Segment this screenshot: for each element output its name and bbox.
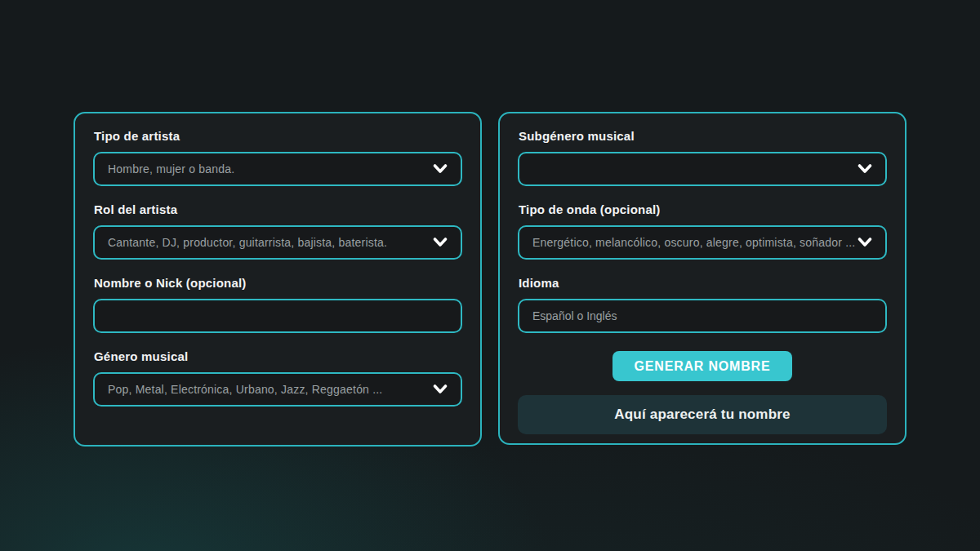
tipo-de-onda-label: Tipo de onda (opcional) [519,203,887,216]
subgenero-musical-label: Subgénero musical [519,130,887,143]
genero-musical-placeholder: Pop, Metal, Electrónica, Urbano, Jazz, R… [108,383,433,396]
tipo-de-onda-placeholder: Energético, melancólico, oscuro, alegre,… [532,236,858,249]
chevron-down-icon [858,237,872,248]
genero-musical-label: Género musical [94,350,462,363]
result-display: Aquí aparecerá tu nombre [518,395,887,434]
artist-form-panel-right: Subgénero musical Tipo de onda (opcional… [498,112,906,445]
idioma-input[interactable] [518,299,887,333]
nombre-o-nick-label: Nombre o Nick (opcional) [94,277,462,290]
tipo-de-artista-select[interactable]: Hombre, mujer o banda. [93,152,462,186]
chevron-down-icon [433,237,448,248]
generar-nombre-button[interactable]: GENERAR NOMBRE [612,351,793,381]
chevron-down-icon [433,384,448,395]
rol-del-artista-select[interactable]: Cantante, DJ, productor, guitarrista, ba… [93,225,462,260]
idioma-label: Idioma [519,277,887,290]
rol-del-artista-label: Rol del artista [94,203,462,216]
artist-form-panel-left: Tipo de artista Hombre, mujer o banda. R… [74,112,482,447]
rol-del-artista-placeholder: Cantante, DJ, productor, guitarrista, ba… [108,236,433,249]
artist-name-generator-page: { "theme": { "accent": "#2bb3bd", "field… [0,0,980,551]
tipo-de-artista-label: Tipo de artista [94,130,462,143]
nombre-o-nick-input[interactable] [93,299,462,333]
chevron-down-icon [433,163,448,175]
subgenero-musical-select[interactable] [518,152,887,186]
tipo-de-artista-placeholder: Hombre, mujer o banda. [108,162,433,176]
tipo-de-onda-select[interactable]: Energético, melancólico, oscuro, alegre,… [518,225,887,260]
genero-musical-select[interactable]: Pop, Metal, Electrónica, Urbano, Jazz, R… [93,372,462,407]
chevron-down-icon [858,163,872,175]
